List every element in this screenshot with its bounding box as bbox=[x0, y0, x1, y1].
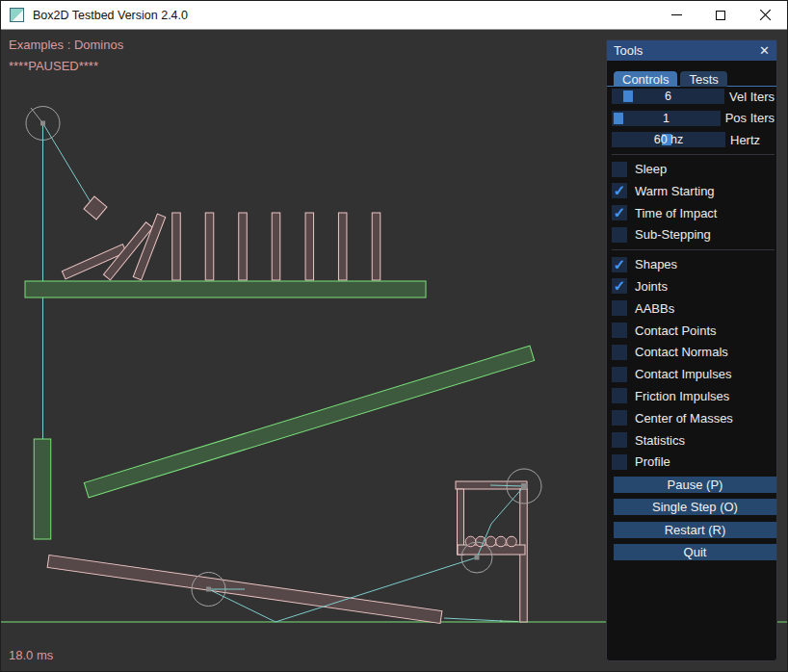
checkbox-box bbox=[612, 257, 627, 272]
checkbox-profile[interactable]: Profile bbox=[612, 454, 775, 470]
quit-button[interactable]: Quit bbox=[614, 544, 776, 560]
ball[interactable] bbox=[496, 536, 507, 547]
app-icon bbox=[10, 8, 24, 22]
fallen-domino[interactable] bbox=[133, 214, 165, 280]
checkbox-box bbox=[612, 227, 627, 243]
pendulum-joint bbox=[43, 123, 92, 202]
checkbox-box bbox=[612, 345, 627, 360]
window-titlebar[interactable]: Box2D Testbed Version 2.4.0 bbox=[1, 1, 787, 30]
minimize-button[interactable] bbox=[654, 1, 698, 29]
checkbox-joints[interactable]: Joints bbox=[612, 278, 775, 294]
domino[interactable] bbox=[372, 213, 381, 280]
checkbox-label: Time of Impact bbox=[635, 206, 717, 220]
checkbox-box bbox=[612, 183, 627, 198]
tab-tests[interactable]: Tests bbox=[680, 71, 726, 87]
checkbox-label: Contact Impulses bbox=[635, 367, 731, 381]
pos-iters-slider[interactable]: 1 bbox=[612, 111, 721, 126]
slider-row: 60 hz Hertz bbox=[612, 132, 775, 147]
checkbox-label: Contact Points bbox=[635, 323, 717, 338]
restart-button[interactable]: Restart (R) bbox=[614, 522, 776, 538]
checkbox-box bbox=[612, 323, 627, 338]
domino[interactable] bbox=[205, 213, 214, 280]
ball[interactable] bbox=[507, 536, 517, 547]
close-icon bbox=[759, 9, 772, 21]
slider-label: Vel Iters bbox=[729, 90, 775, 104]
tools-close-icon[interactable]: ✕ bbox=[759, 40, 770, 61]
checkbox-box bbox=[612, 205, 627, 220]
hertz-slider[interactable]: 60 hz bbox=[612, 132, 725, 147]
checkbox-contact-points[interactable]: Contact Points bbox=[612, 323, 775, 338]
checkbox-label: Sub-Stepping bbox=[635, 227, 711, 242]
domino[interactable] bbox=[338, 213, 347, 280]
tab-controls[interactable]: Controls bbox=[614, 71, 677, 87]
checkbox-contact-impulses[interactable]: Contact Impulses bbox=[612, 367, 775, 382]
checkbox-label: Profile bbox=[635, 454, 670, 469]
checkbox-box bbox=[612, 162, 627, 177]
slider-value: 60 hz bbox=[612, 132, 725, 147]
checkbox-time-of-impact[interactable]: Time of Impact bbox=[612, 205, 775, 220]
vertical-bar bbox=[34, 439, 51, 539]
window-title: Box2D Testbed Version 2.4.0 bbox=[33, 9, 188, 22]
checkbox-statistics[interactable]: Statistics bbox=[612, 432, 775, 448]
vel-iters-slider[interactable]: 6 bbox=[612, 89, 724, 104]
checkbox-box bbox=[612, 278, 627, 294]
tools-panel-title: Tools bbox=[614, 43, 643, 58]
tools-content: 6 Vel Iters 1 Pos Iters 60 hz Hertz bbox=[612, 89, 775, 567]
checkbox-box bbox=[612, 454, 627, 470]
slider-label: Hertz bbox=[730, 133, 760, 147]
checkbox-label: Statistics bbox=[635, 433, 685, 448]
checkbox-shapes[interactable]: Shapes bbox=[612, 257, 775, 272]
checkbox-box bbox=[612, 432, 627, 448]
inclined-plank bbox=[84, 346, 534, 498]
domino[interactable] bbox=[272, 213, 280, 280]
checkbox-label: Sleep bbox=[635, 162, 667, 176]
body-origin-marker bbox=[206, 587, 211, 592]
checkbox-label: Contact Normals bbox=[635, 345, 728, 359]
scene-area: Examples : Dominos ****PAUSED**** 18.0 m… bbox=[1, 30, 788, 672]
checkbox-warm-starting[interactable]: Warm Starting bbox=[612, 183, 775, 198]
frame-right-post[interactable] bbox=[520, 489, 528, 622]
domino[interactable] bbox=[172, 213, 181, 280]
checkbox-label: Center of Masses bbox=[635, 411, 733, 426]
window-controls bbox=[654, 1, 787, 29]
checkbox-label: AABBs bbox=[635, 301, 674, 316]
maximize-button[interactable] bbox=[698, 1, 743, 29]
checkbox-sub-stepping[interactable]: Sub-Stepping bbox=[612, 227, 775, 243]
checkbox-sleep[interactable]: Sleep bbox=[612, 162, 775, 177]
domino[interactable] bbox=[305, 213, 314, 280]
paused-label: ****PAUSED**** bbox=[9, 59, 98, 73]
slider-label: Pos Iters bbox=[725, 111, 775, 125]
checkbox-label: Joints bbox=[635, 279, 668, 294]
checkbox-contact-normals[interactable]: Contact Normals bbox=[612, 345, 775, 360]
ball[interactable] bbox=[476, 536, 486, 547]
body-origin-marker bbox=[475, 556, 480, 560]
checkbox-label: Warm Starting bbox=[635, 184, 715, 198]
ball[interactable] bbox=[486, 536, 496, 547]
checkbox-friction-impulses[interactable]: Friction Impulses bbox=[612, 388, 775, 403]
pendulum-box[interactable] bbox=[84, 196, 107, 220]
maximize-icon bbox=[716, 11, 725, 20]
checkbox-label: Friction Impulses bbox=[635, 389, 729, 403]
checkbox-label: Shapes bbox=[635, 257, 677, 271]
platform-shelf bbox=[25, 281, 426, 297]
checkbox-box bbox=[612, 367, 627, 382]
example-label: Examples : Dominos bbox=[9, 38, 123, 52]
tab-bar: Controls Tests bbox=[607, 70, 776, 87]
slider-value: 1 bbox=[612, 111, 721, 126]
checkbox-center-of-masses[interactable]: Center of Masses bbox=[612, 410, 775, 426]
separator bbox=[612, 249, 775, 250]
single-step-button[interactable]: Single Step (O) bbox=[614, 499, 776, 515]
checkbox-box bbox=[612, 410, 627, 426]
frame-time-label: 18.0 ms bbox=[9, 648, 53, 662]
domino[interactable] bbox=[239, 213, 248, 280]
tools-panel-titlebar[interactable]: Tools ✕ bbox=[607, 40, 776, 61]
slider-row: 1 Pos Iters bbox=[612, 111, 775, 126]
close-button[interactable] bbox=[743, 1, 787, 29]
slider-value: 6 bbox=[612, 89, 724, 104]
pause-button[interactable]: Pause (P) bbox=[614, 477, 776, 493]
body-origin-marker bbox=[521, 483, 527, 489]
joint-line bbox=[444, 618, 502, 621]
tools-panel: Tools ✕ Controls Tests 6 Vel Iters 1 Pos… bbox=[606, 39, 777, 661]
checkbox-aabbs[interactable]: AABBs bbox=[612, 300, 775, 316]
checkbox-box bbox=[612, 300, 627, 316]
